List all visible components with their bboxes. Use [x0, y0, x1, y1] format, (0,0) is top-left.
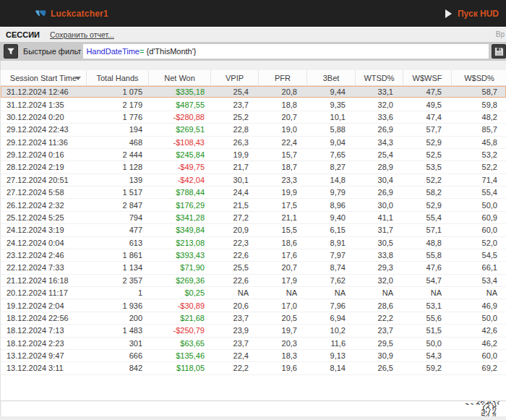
cell-pfr: 20,8: [258, 86, 306, 98]
cell-wsd: 48,2: [451, 111, 506, 123]
cell-session-start-time: 19.12.2024 2:04: [1, 299, 86, 311]
cell-wtsd: 25,4: [355, 149, 403, 160]
column-header-pfr[interactable]: PFR: [258, 70, 306, 85]
totals-row: 26 432$3 518,0122,918,68,7430,252,654,4: [0, 400, 506, 416]
cell-wsd: 60,0: [451, 350, 506, 361]
table-row[interactable]: 30.12.2024 0:201 776-$280,8825,220,710,1…: [1, 111, 506, 124]
start-hud-button[interactable]: Пуск HUD: [445, 9, 499, 19]
table-row[interactable]: 22.12.2024 7:331 134$71,9025,520,78,7429…: [1, 262, 506, 274]
table-row[interactable]: 20.12.2024 11:171$0,25NANANANANANA: [1, 287, 506, 299]
table-row[interactable]: 29.12.2024 22:43194$269,5122,819,05,8826…: [1, 124, 506, 136]
cell-wtsd: 31,7: [355, 224, 403, 236]
column-header-wsd[interactable]: W$SD%: [451, 70, 506, 85]
cell-wwsf: 59,2: [403, 362, 451, 374]
table-row[interactable]: 31.12.2024 1:352 179$487,5523,718,89,353…: [1, 98, 506, 111]
cell-wwsf: 55,6: [403, 312, 451, 324]
cell-vpip: 19,9: [210, 149, 258, 160]
cell-wsd: 60,0: [451, 224, 506, 236]
cell-wtsd: 30,5: [355, 237, 403, 249]
cell-wwsf: 57,7: [403, 124, 451, 135]
cell-wtsd: 29,3: [355, 262, 403, 273]
table-row[interactable]: 29.12.2024 0:162 444$245,8419,915,77,652…: [1, 149, 506, 161]
cell-3bet: 9,04: [306, 137, 355, 148]
table-row[interactable]: 26.12.2024 2:322 847$176,2921,517,58,963…: [1, 199, 506, 211]
cell-wsd: 66,1: [451, 262, 506, 273]
save-report-link[interactable]: Сохранить отчет...: [50, 30, 114, 39]
cell-total-hands: 794: [86, 212, 148, 223]
column-header-session-start-time[interactable]: Session Start Time: [1, 70, 86, 85]
cell-3bet: 9,35: [306, 98, 355, 110]
cell-net-won: $21,68: [148, 312, 210, 324]
table-row[interactable]: 24.12.2024 0:04613$213,0822,318,68,9130,…: [1, 237, 506, 249]
cell-net-won: $245,84: [148, 149, 210, 160]
cell-session-start-time: 26.12.2024 2:32: [1, 199, 86, 210]
table-row[interactable]: 18.12.2024 22:56200$21,6823,720,56,9422,…: [1, 312, 506, 325]
table-row[interactable]: 13.12.2024 3:11842$118,0522,219,68,1426,…: [1, 362, 506, 374]
table-row[interactable]: 27.12.2024 20:51139-$42,0430,123,314,830…: [1, 174, 506, 187]
cell-wwsf: 54,7: [403, 275, 451, 286]
cell-pfr: 18,8: [258, 98, 306, 110]
sessions-grid: Session Start Time Total Hands Net Won V…: [0, 70, 506, 375]
cell-pfr: 17,9: [258, 275, 306, 286]
column-header-wwsf[interactable]: W$WSF: [403, 70, 451, 85]
cell-wtsd: 26,9: [355, 124, 403, 135]
cell-total-hands: 2 847: [86, 199, 148, 210]
cell-wwsf: NA: [403, 287, 451, 299]
table-row[interactable]: 18.12.2024 2:23301$63,6523,720,311,629,5…: [1, 338, 506, 350]
cell-3bet: 9,40: [306, 212, 355, 223]
cell-3bet: 7,65: [306, 149, 355, 160]
start-hud-label: Пуск HUD: [458, 9, 499, 19]
cell-vpip: 23,9: [210, 325, 258, 336]
cell-net-won: $788,44: [148, 187, 210, 198]
cell-3bet: 11,6: [306, 338, 355, 349]
filter-button[interactable]: [4, 44, 18, 59]
cell-total-hands: 1 936: [86, 299, 148, 311]
table-row[interactable]: 25.12.2024 5:25794$341,2827,221,19,4041,…: [1, 212, 506, 224]
page-title: СЕССИИ: [6, 30, 40, 39]
cell-total-hands: 200: [86, 312, 148, 324]
cell-total-hands: 613: [86, 237, 148, 249]
column-header-vpip[interactable]: VPIP: [210, 70, 258, 85]
column-header-wtsd[interactable]: WTSD%: [355, 70, 403, 85]
cell-session-start-time: 25.12.2024 5:25: [1, 212, 86, 223]
table-row[interactable]: 29.12.2024 11:36468-$108,4326,322,49,043…: [1, 137, 506, 149]
column-header-3bet[interactable]: 3Bet: [306, 70, 355, 85]
cell-total-hands: 1 861: [86, 249, 148, 261]
cell-3bet: 10,1: [306, 111, 355, 123]
filter-query-input[interactable]: HandDateTime= {d'ThisMonth'}: [83, 44, 489, 59]
table-row[interactable]: 27.12.2024 5:581 517$788,4424,419,99,792…: [1, 187, 506, 199]
cell-wsd: 69,2: [451, 362, 506, 374]
cell-3bet: 8,91: [306, 237, 355, 249]
cell-wsd: 46,2: [451, 338, 506, 349]
cell-vpip: 30,1: [210, 174, 258, 186]
cell-wsd: 60,9: [451, 212, 506, 223]
table-row[interactable]: 21.12.2024 16:182 357$269,3622,617,97,62…: [1, 275, 506, 287]
grid-body: 31.12.2024 12:461 075$335,1825,420,89,44…: [1, 86, 506, 375]
table-row[interactable]: 18.12.2024 7:131 483-$250,7923,919,710,2…: [1, 325, 506, 337]
table-row[interactable]: 23.12.2024 2:461 861$393,4322,617,67,973…: [1, 249, 506, 262]
cell-pfr: 19,6: [258, 362, 306, 374]
cell-total-hands: 2 179: [86, 98, 148, 110]
cell-pfr: 20,5: [258, 312, 306, 324]
cell-wsd: 58,7: [451, 86, 506, 98]
app-logo: Luckcatcher1: [35, 9, 108, 19]
table-row[interactable]: 28.12.2024 2:191 128-$49,7521,718,78,272…: [1, 161, 506, 173]
cell-3bet: 8,96: [306, 199, 355, 210]
cell-total-hands: 666: [86, 350, 148, 361]
column-header-net-won[interactable]: Net Won: [148, 70, 210, 85]
save-filter-button[interactable]: [492, 44, 506, 59]
table-row[interactable]: 31.12.2024 12:461 075$335,1825,420,89,44…: [1, 86, 506, 98]
cell-wwsf: 52,2: [403, 174, 451, 186]
cell-vpip: 22,4: [210, 350, 258, 361]
cell-wtsd: 32,0: [355, 275, 403, 286]
column-header-total-hands[interactable]: Total Hands: [86, 70, 148, 85]
cell-wsd: 54,5: [451, 249, 506, 261]
cell-3bet: 9,13: [306, 350, 355, 361]
table-row[interactable]: 13.12.2024 9:47666$135,4622,418,39,1330,…: [1, 350, 506, 362]
table-row[interactable]: 19.12.2024 2:041 936-$30,8920,617,07,962…: [1, 299, 506, 312]
table-row[interactable]: 24.12.2024 3:19477$349,8420,915,56,1531,…: [1, 224, 506, 236]
cell-total-hands: 1 128: [86, 161, 148, 173]
cell-net-won: $0,25: [148, 287, 210, 299]
cell-session-start-time: 31.12.2024 1:35: [1, 98, 86, 110]
cell-3bet: 9,44: [306, 86, 355, 98]
